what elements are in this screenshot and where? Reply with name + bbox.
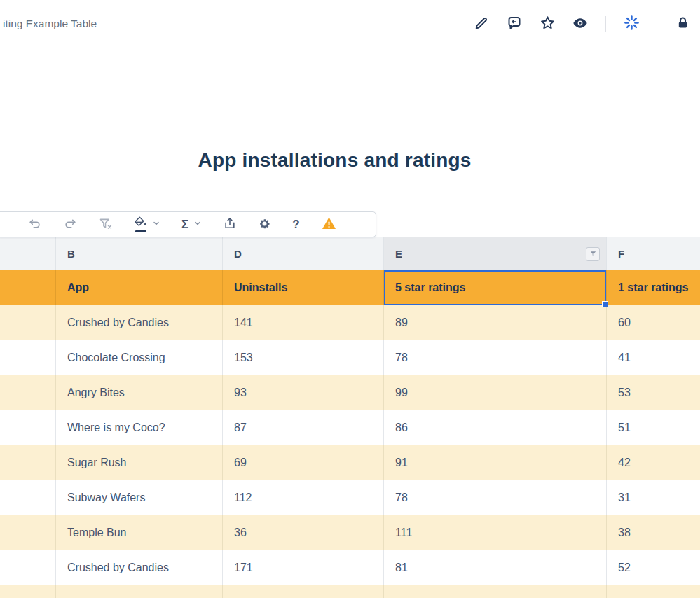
breadcrumb: iting Example Table: [3, 18, 97, 30]
table-cell[interactable]: Chocolate Crossing: [56, 585, 223, 598]
clear-filter-button[interactable]: [98, 216, 113, 233]
table-cell[interactable]: 91: [384, 445, 607, 480]
pencil-icon: [474, 15, 489, 33]
row-header-cell[interactable]: [0, 480, 56, 515]
table-cell[interactable]: 87: [223, 410, 384, 445]
warning-icon: [321, 216, 337, 233]
table-cell[interactable]: 31: [607, 480, 700, 515]
table-cell[interactable]: 69: [223, 445, 384, 480]
header-cell-5star-selected[interactable]: 5 star ratings: [384, 270, 607, 305]
table-cell[interactable]: Temple Bun: [56, 515, 223, 550]
settings-button[interactable]: [258, 217, 271, 232]
row-header-cell[interactable]: [0, 340, 56, 375]
table-cell[interactable]: 51: [607, 410, 700, 445]
help-icon: ?: [292, 218, 299, 230]
table-cell[interactable]: 99: [384, 375, 607, 410]
help-button[interactable]: ?: [292, 218, 299, 230]
gear-icon: [258, 217, 271, 232]
chevron-down-icon: [193, 219, 202, 230]
corner-cell[interactable]: [0, 237, 56, 270]
table-cell[interactable]: 78: [384, 480, 607, 515]
edit-button[interactable]: [472, 15, 490, 33]
table-header-row: App Uninstalls 5 star ratings 1 star rat…: [0, 270, 700, 305]
table-cell[interactable]: 60: [607, 305, 700, 340]
table-cell[interactable]: Crushed by Candies: [56, 305, 223, 340]
row-header-cell[interactable]: [0, 585, 56, 598]
table-row: Temple Bun 36 111 38: [0, 515, 700, 550]
table-cell[interactable]: 41: [607, 340, 700, 375]
table-cell[interactable]: 96: [384, 585, 607, 598]
spreadsheet-toolbar: Σ ?: [0, 211, 376, 237]
row-header-cell[interactable]: [0, 305, 56, 340]
header-cell-app[interactable]: App: [56, 270, 223, 305]
table-cell[interactable]: 141: [223, 305, 384, 340]
row-header-cell[interactable]: [0, 515, 56, 550]
table-cell[interactable]: 78: [384, 340, 607, 375]
table-cell[interactable]: Sugar Rush: [56, 445, 223, 480]
warning-button[interactable]: [321, 216, 337, 233]
watch-button[interactable]: [571, 15, 589, 33]
export-button[interactable]: [223, 216, 237, 232]
table-cell[interactable]: 36: [223, 515, 384, 550]
divider: [657, 16, 657, 32]
table-cell[interactable]: Angry Bites: [56, 375, 223, 410]
table-cell[interactable]: 93: [223, 375, 384, 410]
chevron-down-icon: [152, 219, 160, 230]
column-header-e[interactable]: E: [384, 237, 607, 270]
table-cell[interactable]: 112: [223, 480, 384, 515]
star-icon: [540, 15, 556, 33]
table-row: Sugar Rush 69 91 42: [0, 445, 700, 480]
row-header-cell[interactable]: [0, 375, 56, 410]
fill-color-dropdown[interactable]: [152, 219, 160, 230]
spreadsheet: B D E F App Uninstalls 5 star ratings 1 …: [0, 237, 700, 598]
undo-icon: [28, 216, 42, 232]
fill-color-button[interactable]: [134, 216, 147, 232]
table-row: Where is my Coco? 87 86 51: [0, 410, 700, 445]
sum-button[interactable]: Σ: [181, 218, 188, 230]
sum-dropdown[interactable]: [193, 219, 202, 230]
table-cell[interactable]: Subway Wafers: [56, 480, 223, 515]
row-header-cell[interactable]: [0, 550, 56, 585]
row-header-cell[interactable]: [0, 445, 56, 480]
table-cell[interactable]: 52: [607, 550, 700, 585]
table-cell[interactable]: 153: [223, 340, 384, 375]
column-header-b[interactable]: B: [56, 237, 223, 270]
table-cell[interactable]: 81: [384, 550, 607, 585]
permissions-button[interactable]: [673, 15, 692, 33]
row-header-cell[interactable]: [0, 410, 56, 445]
favorite-button[interactable]: [538, 15, 556, 33]
sum-sigma-icon: Σ: [181, 218, 188, 230]
column-filter-button[interactable]: [586, 247, 600, 261]
table-cell[interactable]: 35: [607, 585, 700, 598]
table-cell[interactable]: 141: [223, 585, 384, 598]
row-header-cell[interactable]: [0, 270, 56, 305]
column-header-d[interactable]: D: [223, 237, 384, 270]
table-cell[interactable]: 42: [607, 445, 700, 480]
sync-button[interactable]: [622, 15, 640, 33]
table-cell[interactable]: 86: [384, 410, 607, 445]
table-row: Subway Wafers 112 78 31: [0, 480, 700, 515]
fill-color-swatch: [135, 230, 146, 232]
table-cell[interactable]: 53: [607, 375, 700, 410]
sum-group: Σ: [181, 218, 202, 230]
column-letter: E: [395, 248, 402, 260]
sparkle-spinner-icon: [624, 15, 640, 33]
filter-off-icon: [98, 216, 113, 233]
undo-button[interactable]: [28, 216, 42, 232]
table-cell[interactable]: Where is my Coco?: [56, 410, 223, 445]
header-cell-uninstalls[interactable]: Uninstalls: [223, 270, 384, 305]
redo-button[interactable]: [63, 216, 77, 232]
table-cell[interactable]: 38: [607, 515, 700, 550]
page-header: iting Example Table: [0, 0, 700, 48]
table-cell[interactable]: 89: [384, 305, 607, 340]
column-letters-row: B D E F: [0, 237, 700, 270]
table-cell[interactable]: Crushed by Candies: [56, 550, 223, 585]
table-cell[interactable]: 111: [384, 515, 607, 550]
table-cell[interactable]: Chocolate Crossing: [56, 340, 223, 375]
header-cell-1star[interactable]: 1 star ratings: [607, 270, 700, 305]
column-header-f[interactable]: F: [607, 237, 700, 270]
table-row: Chocolate Crossing 141 96 35: [0, 585, 700, 598]
eye-icon: [572, 15, 589, 34]
table-cell[interactable]: 171: [223, 550, 384, 585]
comment-button[interactable]: [505, 15, 523, 33]
